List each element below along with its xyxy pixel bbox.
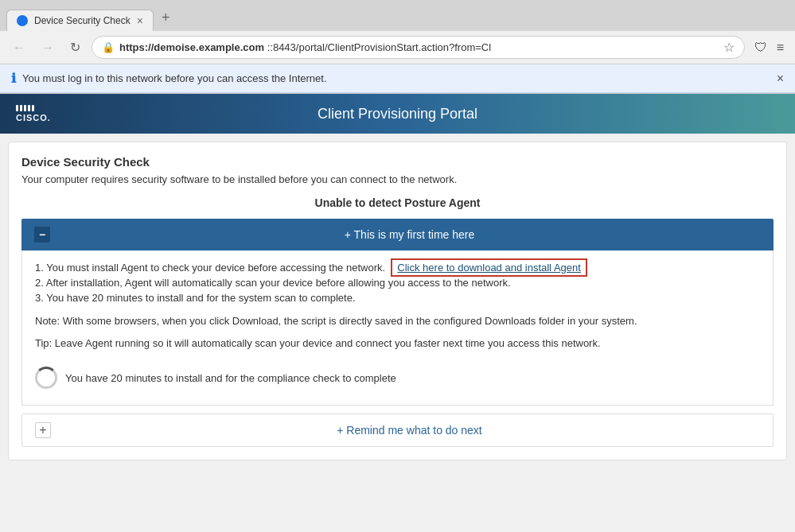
section-heading: Unable to detect Posture Agent: [21, 196, 774, 209]
note-text: Note: With some browsers, when you click…: [35, 313, 760, 329]
cisco-logo: CISCO.: [16, 105, 51, 122]
cisco-bar-3: [24, 105, 26, 111]
info-close-button[interactable]: ×: [777, 72, 784, 86]
menu-button[interactable]: ≡: [774, 37, 787, 58]
loading-spinner: [35, 367, 57, 389]
cisco-bar-2: [20, 105, 22, 111]
address-domain: demoise.example.com: [154, 41, 264, 53]
portal-title: Client Provisioning Portal: [318, 106, 477, 122]
step-2: 2. After installation, Agent will automa…: [35, 277, 760, 289]
page-subtitle: Your computer requires security software…: [21, 173, 774, 185]
reload-button[interactable]: ↻: [65, 38, 85, 56]
cisco-text: CISCO.: [16, 113, 51, 122]
step-2-text: 2. After installation, Agent will automa…: [35, 277, 511, 289]
first-time-header[interactable]: − + This is my first time here: [21, 219, 774, 250]
portal-header-wrap: CISCO. Client Provisioning Portal: [0, 94, 795, 134]
tab-bar: Device Security Check × +: [0, 0, 795, 31]
tab-favicon: [17, 15, 28, 26]
step-1-text: 1. You must install Agent to check your …: [35, 262, 385, 274]
first-time-section: − + This is my first time here 1. You mu…: [21, 219, 774, 406]
timer-row: You have 20 minutes to install and for t…: [35, 362, 760, 394]
shield-button[interactable]: 🛡: [751, 37, 770, 58]
info-bar: ℹ You must log in to this network before…: [0, 64, 795, 93]
first-time-label: + This is my first time here: [58, 228, 761, 241]
step-3: 3. You have 20 minutes to install and fo…: [35, 292, 760, 304]
main-content: Device Security Check Your computer requ…: [8, 142, 787, 460]
address-text: https://demoise.example.com ::8443/porta…: [119, 41, 719, 53]
browser-chrome: Device Security Check × + ← → ↻ 🔒 https:…: [0, 0, 795, 94]
forward-button[interactable]: →: [37, 39, 59, 56]
nav-bar: ← → ↻ 🔒 https://demoise.example.com ::84…: [0, 31, 795, 64]
step-3-text: 3. You have 20 minutes to install and fo…: [35, 292, 356, 304]
address-bar[interactable]: 🔒 https://demoise.example.com ::8443/por…: [92, 36, 745, 59]
tab-title: Device Security Check: [34, 15, 131, 26]
nav-icons: 🛡 ≡: [751, 37, 787, 58]
collapse-button[interactable]: −: [34, 227, 50, 243]
tab-close-button[interactable]: ×: [137, 15, 143, 26]
cisco-bar-1: [16, 105, 18, 111]
portal-header: CISCO. Client Provisioning Portal: [0, 94, 795, 134]
steps-list: 1. You must install Agent to check your …: [35, 262, 760, 304]
tip-text: Tip: Leave Agent running so it will auto…: [35, 336, 760, 351]
new-tab-button[interactable]: +: [154, 5, 178, 31]
address-protocol: https://: [119, 41, 154, 53]
info-icon: ℹ: [11, 71, 16, 86]
address-path: ::8443/portal/ClientProvisionStart.actio…: [264, 41, 491, 53]
cisco-bars: [16, 105, 51, 111]
bookmark-icon[interactable]: ☆: [723, 40, 735, 55]
step-1: 1. You must install Agent to check your …: [35, 262, 760, 274]
download-install-link[interactable]: Click here to download and install Agent: [391, 258, 587, 277]
first-time-body: 1. You must install Agent to check your …: [21, 250, 774, 406]
remind-bar[interactable]: + + Remind me what to do next: [21, 414, 774, 447]
timer-text: You have 20 minutes to install and for t…: [65, 372, 396, 384]
secure-icon: 🔒: [102, 41, 115, 53]
remind-expand-button[interactable]: +: [35, 422, 51, 438]
page-title: Device Security Check: [21, 155, 774, 169]
cisco-bar-5: [32, 105, 34, 111]
back-button[interactable]: ←: [8, 39, 30, 56]
remind-label: + Remind me what to do next: [59, 424, 760, 437]
active-tab: Device Security Check ×: [6, 10, 154, 31]
cisco-bar-4: [28, 105, 30, 111]
info-message: You must log in to this network before y…: [22, 72, 327, 84]
